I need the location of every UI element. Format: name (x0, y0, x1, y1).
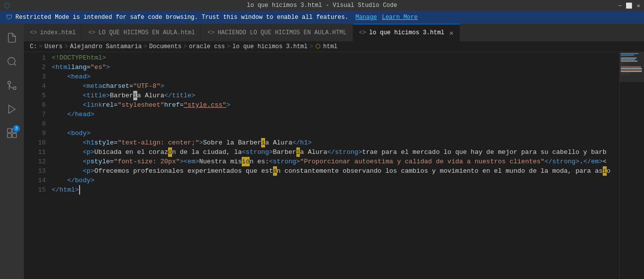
bc-sep: > (39, 43, 42, 50)
bc-users[interactable]: Users (45, 43, 63, 50)
tab-icon: <> (88, 29, 95, 36)
activity-extensions[interactable]: 3 (0, 121, 24, 145)
learn-more-link[interactable]: Learn More (382, 14, 418, 21)
code-line-8 (50, 119, 619, 129)
line-numbers: 1 2 3 4 5 6 7 8 9 10 11 12 13 14 15 (24, 52, 50, 279)
manage-link[interactable]: Manage (356, 14, 377, 21)
bc-sep: > (227, 43, 230, 50)
tab-icon: <> (30, 29, 37, 36)
svg-point-3 (8, 81, 11, 84)
activity-git[interactable] (0, 73, 24, 97)
window-title: lo que hicimos 3.html - Visual Studio Co… (247, 2, 397, 9)
svg-marker-4 (9, 105, 15, 114)
window-controls[interactable]: — ⬜ ✕ (619, 2, 640, 9)
bc-html[interactable]: html (323, 43, 338, 50)
bc-sep: > (65, 43, 68, 50)
activity-search[interactable] (0, 50, 24, 73)
tab-aula[interactable]: <> LO QUE HICIMOS EN AULA.html (82, 24, 201, 41)
bc-oracle[interactable]: oracle css (189, 43, 225, 50)
tab-index[interactable]: <> index.html (24, 24, 82, 41)
extensions-badge: 3 (13, 125, 20, 132)
code-line-15: </html> (50, 185, 619, 195)
banner-message: Restricted Mode is intended for safe cod… (15, 14, 349, 21)
code-editor[interactable]: 1 2 3 4 5 6 7 8 9 10 11 12 13 14 15 <!DO… (24, 52, 644, 279)
bc-sep: > (144, 43, 147, 50)
svg-rect-7 (7, 134, 11, 138)
workspace: 3 <> index.html <> LO QUE HICIMOS EN AUL… (0, 24, 644, 279)
breadcrumb: C: > Users > Alejandro Santamaria > Docu… (24, 41, 644, 52)
code-line-5: <title>Barbería Alura</title> (50, 91, 619, 100)
code-line-7: </head> (50, 110, 619, 119)
code-line-12: <p style="font-size: 20px" > <em> Nuestr… (50, 157, 619, 166)
code-line-4: <meta charset="UTF-8" > (50, 81, 619, 91)
tabs-bar: <> index.html <> LO QUE HICIMOS EN AULA.… (24, 24, 644, 41)
code-line-2: <html lang="es" > (50, 63, 619, 72)
bc-c[interactable]: C: (30, 43, 37, 50)
tab-active[interactable]: <> lo que hicimos 3.html ✕ (353, 24, 460, 41)
restricted-mode-banner: 🛡 Restricted Mode is intended for safe c… (0, 11, 644, 24)
tab-close-icon[interactable]: ✕ (450, 29, 454, 37)
code-line-1: <!DOCTYPE html> (50, 53, 619, 63)
bc-alejandro[interactable]: Alejandro Santamaria (70, 43, 142, 50)
code-line-10: <h1 style="text-align: center;" > Sobre … (50, 138, 619, 147)
code-line-3: <head> (50, 72, 619, 81)
restore-button[interactable]: ⬜ (626, 2, 633, 9)
close-button[interactable]: ✕ (637, 2, 640, 9)
code-line-11: <p> Ubicada en el corazón de la ciudad, … (50, 147, 619, 157)
bc-sep: > (184, 43, 187, 50)
tab-icon: <> (359, 29, 366, 36)
tab-icon: <> (207, 29, 214, 36)
bc-file[interactable]: lo que hicimos 3.html (232, 43, 307, 50)
minimize-button[interactable]: — (619, 2, 622, 9)
code-content[interactable]: <!DOCTYPE html> <html lang="es" > <head> (50, 52, 619, 279)
code-line-6: <link rel="stylesheet" href="style.css" … (50, 100, 619, 110)
svg-rect-8 (12, 134, 16, 138)
tab-label: index.html (40, 29, 76, 36)
shield-icon: 🛡 (6, 14, 12, 21)
activity-explorer[interactable] (0, 26, 24, 50)
svg-rect-5 (7, 129, 11, 133)
minimap (619, 52, 644, 279)
editor-area: <> index.html <> LO QUE HICIMOS EN AULA.… (24, 24, 644, 279)
html-symbol: ⬡ (315, 43, 320, 50)
vscode-icon: ⬡ (4, 1, 10, 10)
activity-run[interactable] (0, 97, 24, 121)
code-line-9: <body> (50, 129, 619, 138)
title-bar: ⬡ lo que hicimos 3.html - Visual Studio … (0, 0, 644, 11)
tab-label: HACIENDO LO QUE HICIMOS EN AULA.HTML (218, 29, 347, 36)
tab-label: lo que hicimos 3.html (369, 29, 444, 36)
svg-line-1 (14, 64, 16, 66)
tab-haciendo[interactable]: <> HACIENDO LO QUE HICIMOS EN AULA.HTML (201, 24, 353, 41)
svg-point-2 (13, 87, 16, 90)
activity-bar: 3 (0, 24, 24, 279)
svg-point-0 (8, 58, 15, 65)
tab-label: LO QUE HICIMOS EN AULA.html (98, 29, 195, 36)
code-line-14: </body> (50, 176, 619, 185)
bc-documents[interactable]: Documents (149, 43, 182, 50)
bc-sep: > (310, 43, 313, 50)
code-line-13: <p> Ofrecemos profesionales experimentad… (50, 166, 619, 176)
